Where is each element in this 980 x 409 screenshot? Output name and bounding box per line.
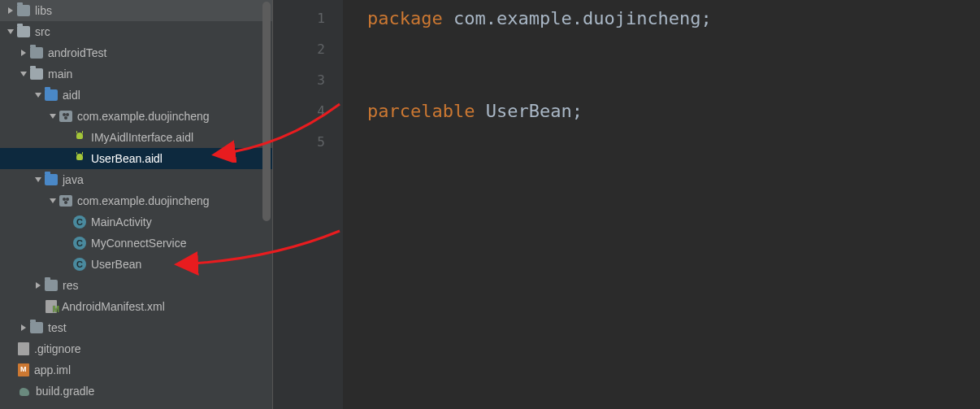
folder-icon (30, 47, 43, 59)
code-text: UserBean; (475, 101, 582, 121)
class-icon: C (73, 215, 86, 228)
tree-label: main (48, 67, 72, 80)
tree-label: androidTest (48, 46, 106, 59)
tree-item-userbean-class[interactable]: C UserBean (0, 254, 272, 275)
tree-label: UserBean (91, 258, 141, 271)
line-number: 4 (273, 96, 325, 127)
file-icon (18, 342, 29, 355)
project-tree-sidebar: libs src androidTest main aidl com.examp… (0, 0, 273, 409)
gradle-icon (18, 385, 31, 398)
xml-file-icon (46, 300, 57, 313)
chevron-right-icon[interactable] (18, 47, 29, 59)
tree-label: src (35, 25, 50, 38)
android-icon (73, 131, 86, 144)
tree-item-aidl-package[interactable]: com.example.duojincheng (0, 106, 272, 127)
tree-label: MainActivity (91, 215, 152, 228)
chevron-down-icon[interactable] (33, 89, 44, 101)
line-number: 3 (273, 65, 325, 96)
tree-item-mainactivity[interactable]: C MainActivity (0, 211, 272, 233)
tree-item-manifest[interactable]: AndroidManifest.xml (0, 296, 272, 317)
tree-item-gitignore[interactable]: .gitignore (0, 338, 272, 359)
folder-icon (17, 26, 30, 37)
code-editor[interactable]: 1 2 3 4 5 package com.example.duojinchen… (273, 0, 980, 409)
code-line (367, 65, 980, 96)
folder-icon (45, 174, 58, 185)
tree-label: MyConnectService (91, 237, 187, 250)
tree-item-imyaidl[interactable]: IMyAidlInterface.aidl (0, 127, 272, 148)
code-line (367, 127, 980, 158)
tree-label: libs (35, 4, 52, 17)
folder-icon (30, 68, 43, 80)
tree-item-res[interactable]: res (0, 275, 272, 296)
tree-label: IMyAidlInterface.aidl (91, 131, 193, 144)
tree-item-src[interactable]: src (0, 21, 272, 42)
tree-label: .gitignore (34, 342, 81, 355)
tree-item-test[interactable]: test (0, 317, 272, 338)
tree-label: build.gradle (36, 385, 94, 398)
line-number: 2 (273, 34, 325, 65)
tree-item-libs[interactable]: libs (0, 0, 272, 21)
tree-label: AndroidManifest.xml (62, 300, 165, 313)
tree-item-app-iml[interactable]: app.iml (0, 359, 272, 381)
code-line: package com.example.duojincheng; (367, 3, 980, 34)
line-number: 5 (273, 127, 325, 158)
chevron-down-icon[interactable] (47, 111, 59, 122)
code-text: com.example.duojincheng; (443, 8, 712, 28)
folder-icon (45, 280, 58, 291)
chevron-down-icon[interactable] (5, 26, 16, 37)
folder-icon (17, 5, 30, 16)
code-line (367, 34, 980, 65)
tree-label: com.example.duojincheng (77, 194, 210, 207)
chevron-down-icon[interactable] (47, 195, 59, 207)
folder-icon (30, 322, 43, 333)
tree-label: UserBean.aidl (91, 152, 163, 165)
line-number-gutter: 1 2 3 4 5 (273, 0, 343, 409)
folder-icon (45, 89, 58, 101)
class-icon: C (73, 237, 86, 250)
tree-item-userbean-aidl[interactable]: UserBean.aidl (0, 148, 272, 169)
tree-label: aidl (63, 89, 80, 102)
class-icon: C (73, 258, 86, 271)
chevron-down-icon[interactable] (33, 174, 44, 185)
code-content[interactable]: package com.example.duojincheng; parcela… (343, 0, 980, 409)
tree-item-java-package[interactable]: com.example.duojincheng (0, 190, 272, 211)
android-icon (73, 152, 86, 165)
chevron-down-icon[interactable] (18, 68, 29, 80)
chevron-right-icon[interactable] (33, 280, 44, 291)
tree-label: res (63, 279, 78, 292)
tree-item-java[interactable]: java (0, 169, 272, 190)
scrollbar-thumb[interactable] (262, 2, 271, 221)
line-number: 1 (273, 3, 325, 34)
chevron-right-icon[interactable] (5, 5, 16, 16)
chevron-right-icon[interactable] (18, 322, 29, 333)
code-line: parcelable UserBean; (367, 96, 980, 127)
keyword: parcelable (367, 101, 475, 121)
tree-item-myconnectservice[interactable]: C MyConnectService (0, 233, 272, 254)
iml-file-icon (18, 363, 29, 376)
tree-label: com.example.duojincheng (77, 110, 210, 123)
tree-item-main[interactable]: main (0, 63, 272, 85)
tree-label: app.iml (34, 363, 71, 376)
tree-item-build-gradle[interactable]: build.gradle (0, 381, 272, 402)
tree-item-aidl[interactable]: aidl (0, 85, 272, 106)
tree-label: java (63, 173, 84, 186)
tree-item-androidtest[interactable]: androidTest (0, 42, 272, 63)
keyword: package (367, 8, 443, 28)
package-icon (59, 195, 72, 207)
package-icon (59, 111, 72, 122)
tree-label: test (48, 321, 67, 334)
